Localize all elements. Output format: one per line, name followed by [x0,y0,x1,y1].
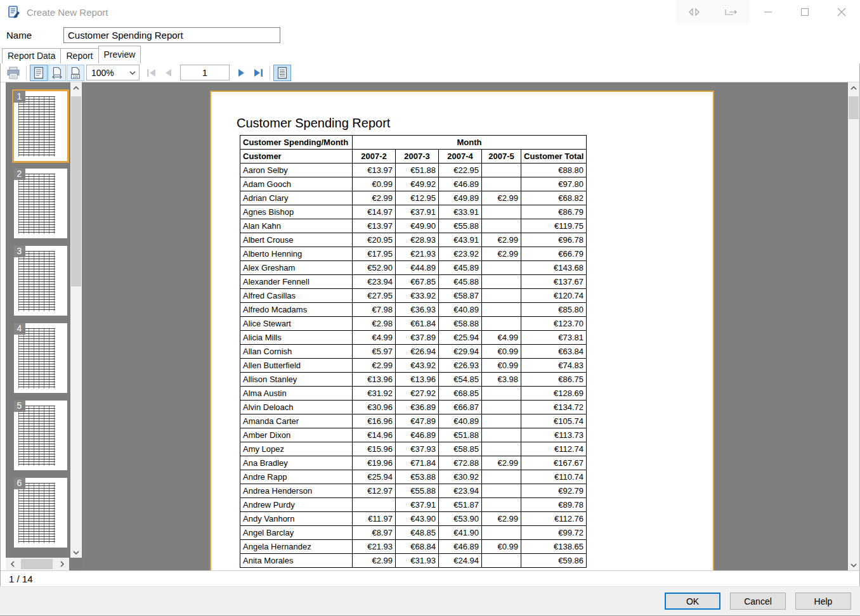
report-title: Customer Spending Report [237,116,713,131]
month-value-cell: €51.87 [439,498,482,512]
customer-name-cell: Anita Morales [240,554,353,568]
table-row: Alice Stewart€2.98€61.84€58.88€123.70 [240,317,587,331]
page-width-icon[interactable] [48,65,66,81]
month-value-cell: €46.89 [439,540,482,554]
svg-text:100: 100 [73,74,79,78]
float-icon[interactable] [676,0,713,24]
thumbnail-page-number: 4 [13,323,25,335]
actual-size-icon[interactable]: 100 [67,65,84,81]
page-thumbnail-1[interactable]: 1 [14,91,67,161]
month-value-cell: €46.89 [439,177,482,191]
customer-name-cell: Angel Barclay [240,526,353,540]
report-page: Customer Spending Report Customer Spendi… [210,91,714,570]
cancel-button[interactable]: Cancel [730,593,786,610]
scroll-right-icon[interactable] [55,558,69,570]
thumbnail-list: 123456 [6,82,70,558]
scroll-up-icon[interactable] [848,82,859,93]
ok-button[interactable]: OK [665,593,720,610]
customer-name-cell: Agnes Bishop [240,205,353,219]
maximize-icon[interactable] [786,0,823,24]
table-group-header-row: Customer Spending/Month Month [240,136,587,150]
customer-total-cell: €119.75 [521,219,587,233]
customer-total-cell: €167.67 [521,456,587,470]
customer-total-cell: €112.74 [521,442,587,456]
thumbnail-vertical-scrollbar[interactable] [70,82,82,558]
thumbnail-page-preview [18,174,55,234]
page-thumbnail-4[interactable]: 4 [14,323,67,393]
month-value-cell [482,554,521,568]
table-row: Andre Rapp€25.94€53.88€30.92€110.74 [240,470,587,484]
report-name-input[interactable] [63,27,280,43]
month-value-cell: €25.94 [353,470,396,484]
table-row: Anita Morales€2.99€31.93€24.94€59.86 [240,554,587,568]
month-value-cell: €66.87 [439,401,482,414]
customer-total-cell: €66.79 [521,247,587,261]
print-button[interactable] [4,65,22,81]
table-row: Allison Stanley€13.96€13.96€54.85€3.98€8… [240,373,587,387]
customer-total-cell: €86.75 [521,373,587,387]
page-thumbnail-3[interactable]: 3 [14,246,67,316]
customer-name-cell: Alfred Casillas [240,289,353,303]
month-value-cell: €44.89 [396,261,439,275]
zoom-select[interactable]: 100% [86,65,140,80]
prev-page-icon[interactable] [160,65,176,81]
month-value-cell: €3.98 [482,373,521,387]
whole-page-icon[interactable] [30,65,48,81]
next-page-icon[interactable] [233,65,250,81]
last-page-icon[interactable] [250,65,266,81]
dock-icon[interactable] [713,0,750,24]
page-thumbnail-5[interactable]: 5 [14,401,67,470]
month-value-cell: €11.97 [353,512,396,526]
month-value-cell: €37.93 [396,442,439,456]
scroll-up-icon[interactable] [70,82,82,93]
customer-total-cell: €86.79 [521,205,587,219]
page-number-input[interactable] [180,65,230,80]
tab-preview[interactable]: Preview [98,46,141,63]
customer-total-cell: €110.74 [521,470,587,484]
month-value-cell: €58.88 [439,317,482,331]
month-value-cell: €46.89 [396,428,439,442]
table-row: Ana Bradley€19.96€71.84€72.88€2.99€167.6… [240,456,587,470]
month-value-cell: €21.93 [353,540,396,554]
scrollbar-thumb[interactable] [849,96,859,119]
month-value-cell: €68.84 [396,540,439,554]
customer-name-cell: Andrew Purdy [240,498,353,512]
month-value-cell: €25.94 [439,331,482,345]
page-thumbnail-6[interactable]: 6 [14,478,67,548]
month-value-cell [482,261,521,275]
month-value-cell: €68.85 [439,387,482,401]
tab-report-data[interactable]: Report Data [2,48,61,63]
close-icon[interactable] [823,0,860,24]
tab-bar: Report Data Report Preview [0,46,860,63]
scroll-left-icon[interactable] [6,558,20,570]
table-row: Alicia Mills€4.99€37.89€25.94€4.99€73.81 [240,331,587,345]
scroll-down-icon[interactable] [70,547,82,558]
month-value-cell: €26.93 [439,359,482,373]
scrollbar-thumb[interactable] [21,559,53,569]
month-value-cell [482,275,521,289]
scroll-down-icon[interactable] [848,560,859,570]
minimize-icon[interactable] [750,0,786,24]
thumbnail-horizontal-scrollbar[interactable] [6,558,69,570]
table-row: Alan Kahn€13.97€49.90€55.88€119.75 [240,219,587,233]
month-value-cell: €17.95 [353,247,396,261]
thumbnail-page-preview [18,328,55,388]
month-value-cell: €36.89 [396,401,439,414]
first-page-icon[interactable] [143,65,160,81]
scrollbar-thumb[interactable] [71,96,81,286]
preview-vertical-scrollbar[interactable] [848,82,859,570]
month-value-cell: €15.96 [353,442,396,456]
toolbar-separator [270,66,270,80]
status-bar: 1 / 14 [1,570,859,586]
table-row: Amber Dixon€14.96€46.89€51.88€113.73 [240,428,587,442]
single-page-view-icon[interactable] [273,65,291,81]
month-value-cell: €29.94 [439,345,482,359]
help-button[interactable]: Help [795,593,851,610]
tab-report[interactable]: Report [60,48,98,63]
month-value-cell [482,428,521,442]
customer-total-cell: €105.74 [521,414,587,428]
page-thumbnail-2[interactable]: 2 [14,169,67,238]
preview-area[interactable]: Customer Spending Report Customer Spendi… [82,82,848,570]
table-row: Agnes Bishop€14.97€37.91€33.91€86.79 [240,205,587,219]
name-label: Name [6,30,63,41]
